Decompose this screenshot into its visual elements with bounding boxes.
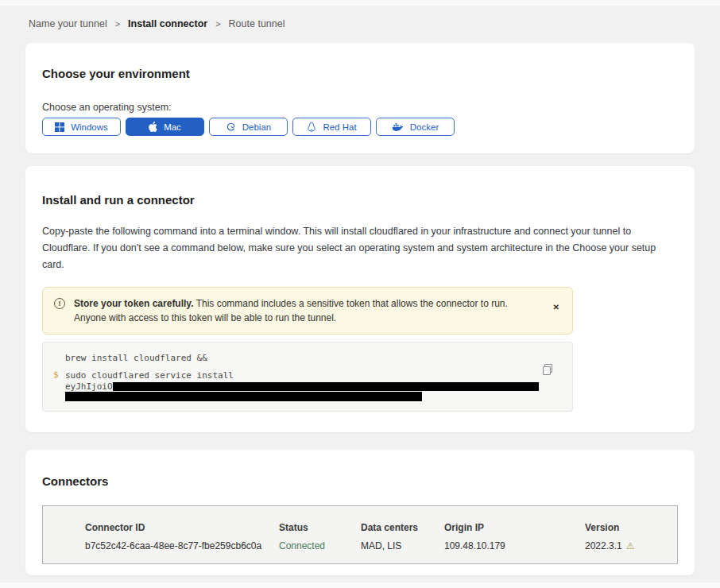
breadcrumb-step-route-tunnel[interactable]: Route tunnel [229,18,285,29]
column-header-data-centers: Data centers [361,522,444,533]
column-header-status: Status [279,522,361,533]
alert-info-icon: ! [54,298,65,309]
os-button-label: Windows [71,122,108,132]
os-button-group: Windows Mac Debian [42,118,678,136]
token-warning-alert: ! Store your token carefully. This comma… [42,287,573,335]
connector-origin-ip-value: 109.48.10.179 [444,540,585,551]
connectors-table-header: Connector ID Status Data centers Origin … [85,522,661,533]
os-button-mac[interactable]: Mac [126,118,204,136]
redhat-linux-icon [307,122,316,133]
install-description: Copy-paste the following command into a … [42,223,678,273]
os-button-windows[interactable]: Windows [42,118,121,136]
breadcrumb-separator: > [115,19,120,29]
install-card-title: Install and run a connector [42,193,678,207]
connector-version-cell: 2022.3.1 ⚠ [585,540,661,551]
terminal-command-block: $ brew install cloudflared && sudo cloud… [42,342,573,412]
os-button-label: Red Hat [323,122,356,132]
environment-card-title: Choose your environment [42,67,678,80]
connector-id-value: b7c52c42-6caa-48ee-8c77-fbe259cb6c0a [85,540,279,551]
apple-icon [149,122,157,132]
command-line-1: brew install cloudflared && [65,353,540,363]
os-button-label: Mac [164,122,181,132]
version-warning-icon: ⚠ [626,540,635,551]
breadcrumb-step-name-your-tunnel[interactable]: Name your tunnel [29,18,107,29]
install-connector-card: Install and run a connector Copy-paste t… [25,166,695,432]
os-button-debian[interactable]: Debian [209,118,288,136]
bottom-edge-strip [0,582,720,588]
connector-data-centers-value: MAD, LIS [361,540,444,551]
os-button-label: Debian [242,122,271,132]
connectors-card: Connectors Connector ID Status Data cent… [25,450,695,575]
os-button-label: Docker [410,122,439,132]
os-button-redhat[interactable]: Red Hat [292,118,371,136]
token-prefix: eyJhIjoiO [65,381,113,392]
choose-environment-card: Choose your environment Choose an operat… [25,43,695,153]
breadcrumb-separator: > [215,19,220,29]
os-button-docker[interactable]: Docker [376,118,455,136]
connector-table-row: b7c52c42-6caa-48ee-8c77-fbe259cb6c0a Con… [85,540,661,551]
breadcrumb: Name your tunnel > Install connector > R… [0,6,720,41]
os-select-label: Choose an operating system: [42,102,678,113]
connector-version-value: 2022.3.1 [585,540,622,551]
alert-title: Store your token carefully. [74,298,194,309]
top-edge-strip [0,0,720,6]
command-line-2: sudo cloudflared service install [65,370,540,381]
alert-text: Store your token carefully. This command… [74,296,541,325]
copy-command-button[interactable] [543,363,555,376]
column-header-connector-id: Connector ID [85,522,279,533]
connector-status-badge: Connected [279,540,361,551]
breadcrumb-step-install-connector[interactable]: Install connector [128,18,207,29]
terminal-prompt: $ [53,369,59,380]
column-header-version: Version [585,522,661,533]
token-redaction-bar [65,392,422,401]
token-redaction-bar [113,382,539,391]
token-line: eyJhIjoiO [65,381,540,391]
docker-icon [392,122,404,132]
windows-icon [55,122,64,132]
copy-icon [543,364,552,375]
alert-close-icon[interactable]: ✕ [550,301,563,313]
debian-icon [226,122,236,132]
connectors-table: Connector ID Status Data centers Origin … [42,505,678,564]
connectors-card-title: Connectors [42,474,678,488]
column-header-origin-ip: Origin IP [444,522,585,533]
